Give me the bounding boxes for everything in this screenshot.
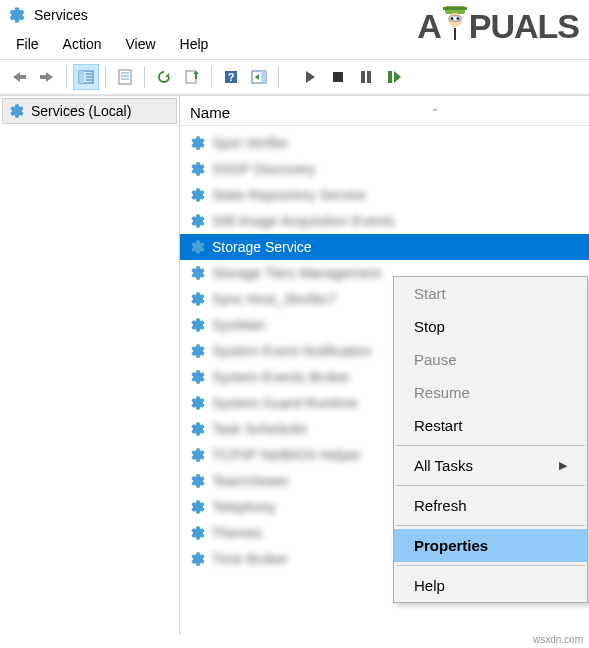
- gear-icon: [190, 395, 206, 411]
- context-menu-properties[interactable]: Properties: [394, 529, 587, 562]
- menu-action[interactable]: Action: [53, 32, 112, 56]
- svg-rect-21: [361, 71, 365, 83]
- sidebar-label: Services (Local): [31, 103, 131, 119]
- attribution: wsxdn.com: [533, 634, 583, 645]
- services-icon: [8, 6, 26, 24]
- gear-icon: [190, 135, 206, 151]
- gear-icon: [190, 551, 206, 567]
- context-menu-pause[interactable]: Pause: [394, 343, 587, 376]
- forward-button[interactable]: [34, 64, 60, 90]
- context-menu-help[interactable]: Help: [394, 569, 587, 602]
- context-menu-restart[interactable]: Restart: [394, 409, 587, 442]
- service-row[interactable]: Still Image Acquisition Events: [180, 208, 589, 234]
- export-button[interactable]: [179, 64, 205, 90]
- window-title: Services: [34, 7, 88, 23]
- gear-icon: [190, 161, 206, 177]
- menu-view[interactable]: View: [115, 32, 165, 56]
- service-row[interactable]: SSDP Discovery: [180, 156, 589, 182]
- column-header-name[interactable]: Name ⌃: [180, 96, 589, 126]
- context-menu-all-tasks[interactable]: All Tasks▶: [394, 449, 587, 482]
- separator: [396, 565, 585, 566]
- svg-rect-23: [388, 71, 392, 83]
- svg-point-4: [450, 17, 453, 20]
- gear-icon: [190, 213, 206, 229]
- restart-service-button[interactable]: [381, 64, 407, 90]
- gear-icon: [190, 447, 206, 463]
- gear-icon: [190, 317, 206, 333]
- gear-icon: [190, 525, 206, 541]
- gear-icon: [190, 187, 206, 203]
- stop-service-button[interactable]: [325, 64, 351, 90]
- menu-help[interactable]: Help: [170, 32, 219, 56]
- gear-icon: [190, 473, 206, 489]
- svg-rect-11: [119, 70, 131, 84]
- pause-service-button[interactable]: [353, 64, 379, 90]
- context-menu-resume[interactable]: Resume: [394, 376, 587, 409]
- sort-arrow-icon: ⌃: [431, 107, 439, 118]
- gear-icon: [9, 103, 25, 119]
- brand-logo: A PUALS: [417, 4, 579, 48]
- separator: [396, 525, 585, 526]
- svg-point-5: [456, 17, 459, 20]
- sidebar: Services (Local): [0, 96, 180, 635]
- gear-icon: [190, 421, 206, 437]
- sidebar-services-local[interactable]: Services (Local): [2, 98, 177, 124]
- gear-icon: [190, 343, 206, 359]
- gear-icon: [190, 265, 206, 281]
- gear-icon: [190, 369, 206, 385]
- help-button[interactable]: ?: [218, 64, 244, 90]
- context-menu-stop[interactable]: Stop: [394, 310, 587, 343]
- menu-file[interactable]: File: [6, 32, 49, 56]
- svg-rect-22: [367, 71, 371, 83]
- context-menu-start[interactable]: Start: [394, 277, 587, 310]
- service-row-storage-service[interactable]: Storage Service: [180, 234, 589, 260]
- separator: [396, 445, 585, 446]
- show-hide-action-pane-button[interactable]: [246, 64, 272, 90]
- back-button[interactable]: [6, 64, 32, 90]
- svg-rect-19: [261, 71, 266, 83]
- refresh-button[interactable]: [151, 64, 177, 90]
- gear-icon: [190, 239, 206, 255]
- submenu-arrow-icon: ▶: [559, 459, 567, 472]
- svg-text:?: ?: [228, 71, 235, 83]
- service-name: Storage Service: [212, 239, 312, 255]
- show-hide-tree-button[interactable]: [73, 64, 99, 90]
- toolbar: ?: [0, 59, 589, 95]
- context-menu: Start Stop Pause Resume Restart All Task…: [393, 276, 588, 603]
- gear-icon: [190, 291, 206, 307]
- separator: [396, 485, 585, 486]
- properties-button[interactable]: [112, 64, 138, 90]
- svg-rect-7: [79, 71, 84, 83]
- context-menu-refresh[interactable]: Refresh: [394, 489, 587, 522]
- service-row[interactable]: State Repository Service: [180, 182, 589, 208]
- service-row[interactable]: Spot Verifier: [180, 130, 589, 156]
- svg-rect-1: [443, 7, 467, 10]
- gear-icon: [190, 499, 206, 515]
- start-service-button[interactable]: [297, 64, 323, 90]
- svg-rect-20: [333, 72, 343, 82]
